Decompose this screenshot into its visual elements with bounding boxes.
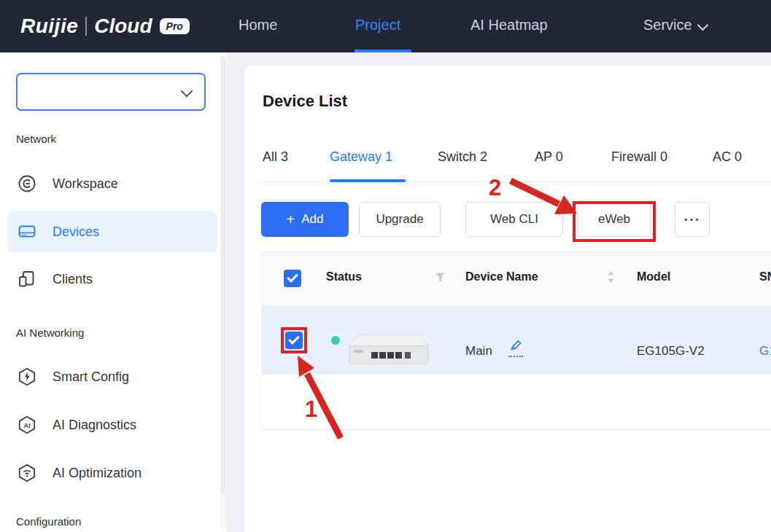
- sidebar-item-label: Clients: [53, 272, 93, 287]
- sidebar-item-workspace[interactable]: Workspace: [7, 163, 217, 204]
- sidebar-item-label: Workspace: [53, 176, 118, 192]
- device-table: Status Device Name Model SN: [261, 251, 771, 430]
- more-actions-button[interactable]: ···: [675, 202, 710, 237]
- annotation-step-1: 1: [305, 398, 317, 420]
- top-nav: Ruijie Cloud Pro Home Project AI Heatmap…: [0, 0, 771, 52]
- column-model[interactable]: Model: [637, 270, 670, 283]
- nav-ai-heatmap[interactable]: AI Heatmap: [470, 17, 548, 34]
- sidebar-item-clients[interactable]: Clients: [7, 259, 217, 300]
- select-all-checkbox[interactable]: [284, 270, 301, 287]
- nav-project[interactable]: Project: [355, 17, 400, 34]
- brand-ruijie: Ruijie: [20, 15, 78, 38]
- chevron-down-icon: [697, 20, 709, 31]
- sidebar-item-label: Devices: [53, 224, 99, 240]
- devices-icon: [18, 222, 36, 241]
- tab-all[interactable]: All 3: [263, 149, 288, 165]
- ai-diagnostics-icon: AI: [18, 415, 36, 434]
- page-title: Device List: [263, 92, 347, 111]
- sort-icon[interactable]: [607, 271, 615, 286]
- workspace-icon: [18, 174, 36, 193]
- tab-switch[interactable]: Switch 2: [438, 149, 487, 165]
- project-selector[interactable]: [16, 73, 206, 111]
- device-name-cell: Main: [465, 344, 492, 359]
- table-footer: [262, 375, 771, 430]
- upgrade-button[interactable]: Upgrade: [359, 202, 441, 237]
- plus-icon: +: [287, 212, 295, 227]
- pro-badge: Pro: [160, 18, 190, 34]
- ruijie-cloud-app: Ruijie Cloud Pro Home Project AI Heatmap…: [0, 0, 771, 532]
- sidebar-item-label: Smart Config: [53, 369, 129, 385]
- add-button-label: Add: [301, 212, 323, 227]
- chevron-down-icon: [181, 85, 193, 98]
- column-status[interactable]: Status: [326, 270, 362, 283]
- tab-ap[interactable]: AP 0: [535, 149, 563, 165]
- annotation-box-eweb: [573, 201, 656, 242]
- nav-home[interactable]: Home: [239, 17, 277, 34]
- sidebar-item-ai-optimization[interactable]: AI Optimization: [7, 453, 217, 493]
- column-sn[interactable]: SN: [759, 270, 771, 283]
- sidebar-item-label: AI Diagnostics: [53, 418, 136, 433]
- sidebar-item-ai-diagnostics[interactable]: AI AI Diagnostics: [7, 404, 217, 445]
- device-thumbnail: [346, 332, 431, 368]
- tab-ac[interactable]: AC 0: [713, 149, 742, 165]
- brand-logo[interactable]: Ruijie Cloud Pro: [20, 0, 190, 52]
- ai-optimization-icon: [18, 463, 36, 482]
- table-header: Status Device Name Model SN: [262, 252, 771, 305]
- sidebar-item-devices[interactable]: Devices: [7, 211, 217, 252]
- column-device-name[interactable]: Device Name: [465, 270, 538, 283]
- filter-icon[interactable]: [435, 273, 445, 286]
- section-label-ai-networking: AI Networking: [16, 326, 84, 339]
- web-cli-button[interactable]: Web CLI: [465, 202, 563, 237]
- online-status-dot: [331, 336, 340, 345]
- edit-icon[interactable]: [508, 339, 524, 357]
- table-row[interactable]: Main EG105G-V2 G1: [262, 305, 771, 375]
- annotation-box-checkbox: [281, 327, 307, 353]
- smart-config-icon: [18, 367, 36, 386]
- nav-service[interactable]: Service: [643, 17, 692, 34]
- sidebar-scrollbar[interactable]: [220, 55, 226, 529]
- annotation-step-2: 2: [489, 176, 501, 199]
- model-cell: EG105G-V2: [637, 344, 705, 359]
- brand-cloud: Cloud: [94, 15, 152, 38]
- svg-text:AI: AI: [24, 422, 31, 429]
- edit-underline: [508, 356, 523, 357]
- tab-firewall[interactable]: Firewall 0: [611, 149, 667, 165]
- sidebar-item-label: AI Optimization: [53, 466, 142, 481]
- scrollbar-thumb[interactable]: [221, 57, 225, 494]
- tab-gateway[interactable]: Gateway 1: [330, 149, 392, 165]
- active-tab-indicator: [330, 179, 406, 182]
- logo-divider: [85, 17, 87, 36]
- clients-icon: [18, 270, 36, 289]
- sidebar: Network Workspace Devices: [0, 52, 226, 532]
- section-label-network: Network: [16, 133, 56, 145]
- sn-link[interactable]: G1: [759, 344, 771, 359]
- device-list-card: Device List All 3 Gateway 1 Switch 2 AP …: [244, 66, 771, 532]
- section-label-configuration: Configuration: [16, 515, 81, 528]
- add-button[interactable]: + Add: [261, 202, 349, 237]
- sidebar-item-smart-config[interactable]: Smart Config: [7, 356, 217, 397]
